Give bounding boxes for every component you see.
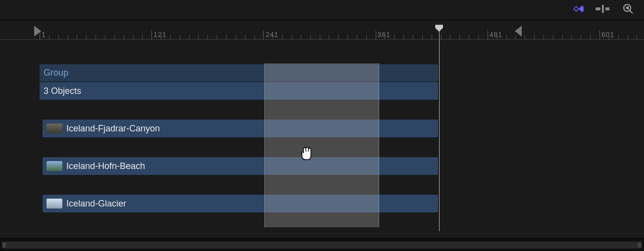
playhead-head-icon[interactable] (435, 25, 443, 35)
ruler-label: 241 (265, 31, 278, 39)
ruler-tick (403, 35, 404, 40)
clip-label: Iceland-Hofn-Beach (66, 161, 145, 171)
ruler-major-tick (263, 31, 264, 40)
ruler-major-tick (376, 31, 376, 40)
ruler-tick (637, 35, 637, 40)
timeline-toolbar (570, 0, 644, 18)
ruler-tick (506, 35, 507, 40)
ruler-label: 361 (378, 31, 391, 39)
ruler-tick (366, 35, 367, 40)
ruler-tick (357, 35, 357, 40)
ruler-tick (553, 35, 553, 40)
scrollbar-track[interactable] (2, 242, 642, 249)
ruler-tick (422, 35, 423, 40)
clip-label: Iceland-Glacier (66, 199, 126, 209)
ruler-baseline (0, 39, 644, 40)
ruler-tick (544, 35, 544, 40)
svg-line-6 (630, 10, 633, 13)
ruler-tick (301, 35, 301, 40)
ruler-tick (49, 35, 50, 40)
out-point-marker[interactable] (514, 26, 522, 39)
svg-marker-7 (625, 6, 629, 10)
group-label: Group (44, 68, 68, 78)
ruler-tick (441, 35, 442, 40)
ruler-tick (618, 35, 619, 40)
ruler-label: 1 (42, 31, 46, 39)
ruler-tick (68, 35, 68, 40)
ruler-tick (86, 35, 87, 40)
svg-marker-0 (574, 6, 579, 11)
ruler-label: 601 (601, 31, 614, 39)
svg-marker-1 (579, 5, 584, 12)
ruler-label: 481 (490, 31, 502, 39)
timeline-ruler[interactable]: 1121241361481601 (0, 25, 644, 40)
ruler-tick (329, 35, 329, 40)
ruler-tick (236, 35, 236, 40)
ruler-tick (347, 35, 348, 40)
marquee-selection[interactable] (264, 63, 379, 227)
scrollbar-left-grip-icon[interactable] (3, 242, 6, 249)
ruler-tick (207, 35, 208, 40)
ruler-major-tick (151, 31, 152, 40)
snapping-icon[interactable] (595, 2, 609, 16)
svg-marker-9 (515, 26, 522, 37)
ruler-tick (590, 35, 591, 40)
toolbar-divider (0, 20, 644, 20)
ruler-tick (525, 35, 525, 40)
clip-thumbnail-icon (47, 199, 62, 209)
ruler-tick (609, 35, 609, 40)
svg-rect-2 (595, 7, 600, 10)
horizontal-scrollbar[interactable] (0, 238, 644, 251)
ruler-tick (217, 35, 217, 40)
ruler-tick (478, 35, 479, 40)
ruler-tick (599, 35, 600, 40)
clip-label: Iceland-Fjadrar-Canyon (66, 124, 160, 134)
ruler-tick (282, 35, 283, 40)
ruler-tick (105, 35, 105, 40)
ruler-tick (562, 35, 563, 40)
ruler-tick (226, 35, 227, 40)
keyframe-toggle-icon[interactable] (570, 2, 584, 16)
ruler-tick (338, 35, 339, 40)
ruler-tick (254, 35, 255, 40)
ruler-label: 121 (153, 31, 166, 39)
grab-cursor-icon (299, 146, 313, 161)
ruler-tick (58, 35, 59, 40)
ruler-tick (534, 35, 535, 40)
ruler-tick (413, 35, 413, 40)
ruler-tick (77, 35, 77, 40)
ruler-tick (459, 35, 460, 40)
ruler-tick (245, 35, 246, 40)
ruler-tick (170, 35, 171, 40)
in-point-marker[interactable] (34, 26, 42, 39)
playhead[interactable] (439, 25, 440, 231)
ruler-tick (133, 35, 134, 40)
scrollbar-right-grip-icon[interactable] (638, 242, 641, 249)
group-object-count: 3 Objects (44, 86, 81, 96)
ruler-tick (142, 35, 143, 40)
ruler-tick (450, 35, 450, 40)
ruler-tick (469, 35, 469, 40)
clip-thumbnail-icon (47, 124, 62, 133)
svg-marker-8 (34, 26, 41, 37)
ruler-tick (180, 35, 180, 40)
svg-rect-3 (605, 7, 609, 10)
ruler-tick (571, 35, 572, 40)
ruler-tick (628, 35, 628, 40)
ruler-tick (189, 35, 190, 40)
ruler-tick (310, 35, 311, 40)
ruler-tick (581, 35, 581, 40)
svg-rect-4 (602, 5, 604, 13)
ruler-tick (320, 35, 320, 40)
ruler-tick (124, 35, 124, 40)
ruler-tick (292, 35, 292, 40)
clip-thumbnail-icon (47, 161, 62, 171)
ruler-tick (432, 35, 432, 40)
svg-marker-10 (435, 25, 443, 32)
ruler-tick (96, 35, 96, 40)
ruler-tick (114, 35, 115, 40)
ruler-tick (394, 35, 395, 40)
search-icon[interactable] (621, 2, 635, 16)
ruler-tick (198, 35, 198, 40)
ruler-major-tick (488, 31, 488, 40)
